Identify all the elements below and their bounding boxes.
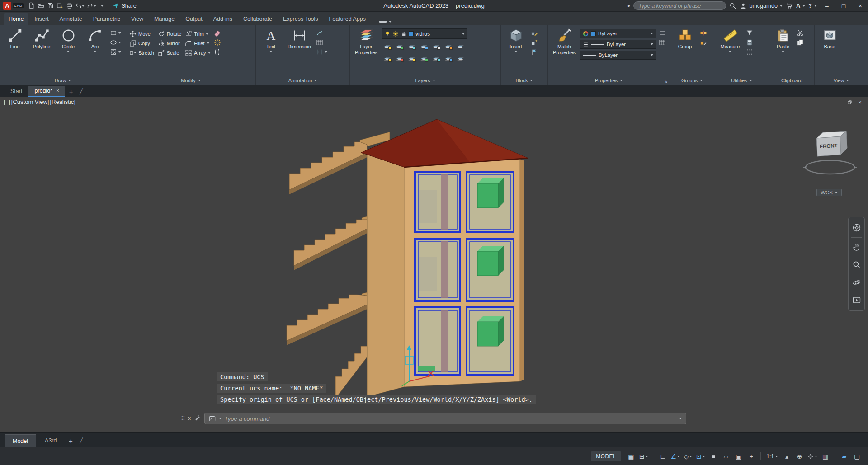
ribbon-display-toggle[interactable] <box>375 18 396 25</box>
dropdown-caret-icon[interactable] <box>679 418 682 419</box>
layer-select-dropdown[interactable]: vidros <box>382 28 467 39</box>
layer-copy-objects-button[interactable] <box>430 53 442 63</box>
new-drawing-tab-button[interactable]: + <box>66 86 76 97</box>
group-button[interactable]: Group <box>672 27 698 50</box>
save-button[interactable] <box>46 1 55 11</box>
model-paper-toggle[interactable]: MODEL <box>591 451 621 461</box>
layer-unisolate-button[interactable] <box>394 53 405 63</box>
search-icon[interactable] <box>729 2 736 9</box>
open-file-button[interactable] <box>36 1 45 11</box>
transparency-toggle[interactable]: ▱ <box>720 451 731 462</box>
copy-button[interactable]: Copy <box>128 39 155 47</box>
object-color-dropdown[interactable]: ByLayer <box>580 29 656 38</box>
file-tab-start[interactable]: Start <box>5 86 28 97</box>
plot-button[interactable] <box>65 1 74 11</box>
object-snap-toggle[interactable]: ⊡ <box>695 451 706 462</box>
layer-lock-button[interactable] <box>418 41 429 51</box>
full-navigation-wheel-button[interactable] <box>850 220 863 236</box>
maximize-button[interactable]: □ <box>837 0 850 11</box>
layer-properties-button[interactable]: Layer Properties <box>352 27 380 55</box>
pan-button[interactable] <box>850 239 863 255</box>
redo-button[interactable] <box>86 1 97 11</box>
trim-button[interactable]: Trim <box>184 30 211 38</box>
lineweight-dropdown[interactable]: ByLayer <box>580 40 656 49</box>
quick-select-button[interactable] <box>745 29 754 37</box>
ribbon-tab-view[interactable]: View <box>126 13 148 25</box>
ribbon-tab-addins[interactable]: Add-ins <box>208 13 237 25</box>
move-button[interactable]: Move <box>128 30 155 38</box>
ribbon-tab-parametric[interactable]: Parametric <box>88 13 125 25</box>
leader-button[interactable] <box>315 29 328 37</box>
layer-freeze-button[interactable] <box>406 41 417 51</box>
show-motion-button[interactable] <box>850 292 863 308</box>
layer-freeze-all-button[interactable] <box>443 53 454 63</box>
annotation-visibility-toggle[interactable]: ▴ <box>781 451 793 462</box>
line-button[interactable]: Line <box>2 27 28 50</box>
dialog-launcher-icon[interactable]: ↘ <box>664 79 668 84</box>
fillet-button[interactable]: Fillet <box>184 39 211 47</box>
clean-screen-toggle[interactable]: ▢ <box>851 451 863 462</box>
dropdown-caret-icon[interactable] <box>646 456 648 457</box>
viewport-close-button[interactable]: × <box>855 98 864 107</box>
command-input[interactable] <box>225 415 676 422</box>
dropdown-caret-icon[interactable] <box>815 456 817 457</box>
minimize-button[interactable]: – <box>820 0 834 11</box>
utilities-panel-title[interactable]: Utilities <box>714 76 769 85</box>
layer-walk-button[interactable] <box>455 41 466 51</box>
quick-properties-button[interactable] <box>658 38 667 47</box>
measure-button[interactable]: Measure <box>717 27 744 52</box>
annotation-scale-dropdown[interactable]: 1:1 <box>764 453 780 460</box>
recent-commands-caret-icon[interactable] <box>219 418 222 419</box>
model-tab[interactable]: Model <box>5 434 36 447</box>
customize-qat-button[interactable] <box>98 1 107 11</box>
ribbon-tab-manage[interactable]: Manage <box>149 13 179 25</box>
layer-merge-button[interactable] <box>455 53 466 63</box>
layer-color-swatch[interactable] <box>409 31 414 36</box>
drawing-viewport[interactable]: [−] [Custom View] [Realistic] – × FRONT … <box>0 97 868 432</box>
dropdown-caret-icon[interactable] <box>82 5 85 7</box>
viewcube-front-label[interactable]: FRONT <box>820 143 838 149</box>
scale-button[interactable]: Scale <box>157 49 182 57</box>
app-menu-button[interactable]: A CAD <box>0 2 27 10</box>
polar-tracking-toggle[interactable]: ∠ <box>670 451 681 462</box>
array-button[interactable]: Array <box>184 49 211 57</box>
sun-icon[interactable] <box>392 31 399 37</box>
ortho-toggle[interactable]: ∟ <box>657 451 668 462</box>
command-input-pill[interactable] <box>204 413 686 424</box>
draw-panel-title[interactable]: Draw <box>0 76 126 85</box>
cut-button[interactable] <box>796 29 805 37</box>
block-attributes-button[interactable] <box>530 48 539 56</box>
rotate-button[interactable]: Rotate <box>157 30 182 38</box>
copy-clip-button[interactable] <box>796 38 805 47</box>
save-as-button[interactable] <box>55 1 64 11</box>
dropdown-caret-icon[interactable] <box>703 456 705 457</box>
viewport-minimize-button[interactable]: – <box>835 98 844 107</box>
properties-palette-button[interactable] <box>658 29 667 37</box>
viewport-view-control[interactable]: [Custom View] <box>11 99 49 105</box>
block-edit-button[interactable] <box>530 29 539 37</box>
rectangle-button[interactable] <box>109 29 122 37</box>
lock-icon[interactable] <box>401 31 407 37</box>
viewport-minimize-control[interactable]: [−] <box>4 99 10 105</box>
layout-tab-overflow-icon[interactable]: ╱ <box>77 437 86 443</box>
search-expand-icon[interactable]: ▸ <box>628 3 631 9</box>
autoscale-toggle[interactable]: ⊕ <box>794 451 805 462</box>
layer-unlock-button[interactable] <box>418 53 429 63</box>
dynamic-input-toggle[interactable]: + <box>745 451 757 462</box>
match-properties-button[interactable]: Match Properties <box>550 27 578 55</box>
block-panel-title[interactable]: Block <box>501 76 547 85</box>
help-button[interactable]: ? <box>808 3 817 9</box>
layer-off-button[interactable] <box>382 41 393 51</box>
file-tab-predio[interactable]: predio*× <box>28 86 65 97</box>
group-edit-button[interactable] <box>699 38 708 47</box>
viewcube[interactable]: FRONT <box>802 125 862 180</box>
layout-tab-a3rd[interactable]: A3rd <box>37 434 64 447</box>
point-style-button[interactable] <box>745 48 754 56</box>
command-line-close-icon[interactable]: × <box>188 415 191 422</box>
search-input[interactable] <box>633 1 726 10</box>
dimension-button[interactable]: Dimension <box>285 27 314 50</box>
groups-panel-title[interactable]: Groups <box>670 76 714 85</box>
new-file-button[interactable] <box>27 1 36 11</box>
mirror-button[interactable]: Mirror <box>157 39 182 47</box>
linetype-dropdown[interactable]: ByLayer <box>580 51 656 60</box>
